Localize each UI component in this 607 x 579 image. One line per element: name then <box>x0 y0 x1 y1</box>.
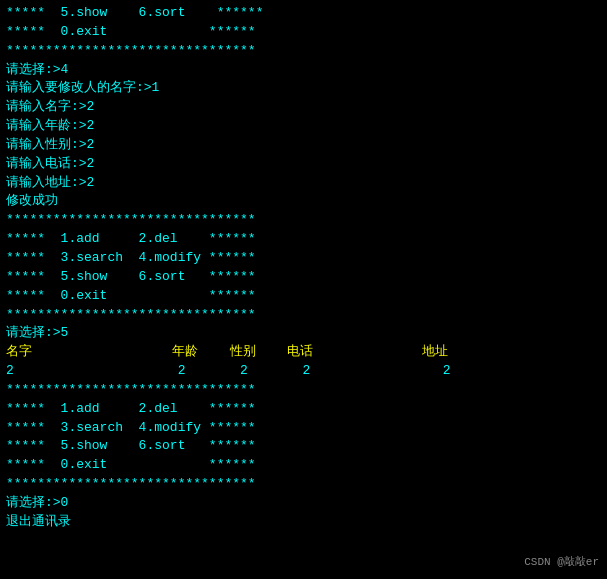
terminal-line: 请选择:>4 <box>6 61 601 80</box>
terminal-line: 请输入电话:>2 <box>6 155 601 174</box>
terminal-line: ***** 0.exit ****** <box>6 287 601 306</box>
terminal-line: 请输入年龄:>2 <box>6 117 601 136</box>
terminal-line: ***** 3.search 4.modify ****** <box>6 419 601 438</box>
terminal-line: ******************************** <box>6 42 601 61</box>
terminal-line: 修改成功 <box>6 192 601 211</box>
terminal-line: ***** 5.show 6.sort ****** <box>6 437 601 456</box>
terminal-line: ******************************** <box>6 475 601 494</box>
terminal-line: ******************************** <box>6 381 601 400</box>
terminal-line: ***** 5.show 6.sort ****** <box>6 4 601 23</box>
terminal-line: 退出通讯录 <box>6 513 601 532</box>
terminal-line: ******************************** <box>6 306 601 325</box>
watermark: CSDN @敲敲er <box>524 555 599 571</box>
terminal-line: 请输入名字:>2 <box>6 98 601 117</box>
terminal-line: 请选择:>5 <box>6 324 601 343</box>
terminal-line: 请输入地址:>2 <box>6 174 601 193</box>
terminal-line: ***** 5.show 6.sort ****** <box>6 268 601 287</box>
terminal-line: ***** 1.add 2.del ****** <box>6 230 601 249</box>
terminal-line: 2 2 2 2 2 <box>6 362 601 381</box>
terminal-window: ***** 5.show 6.sort *********** 0.exit *… <box>0 0 607 579</box>
terminal-line: ******************************** <box>6 211 601 230</box>
terminal-line: ***** 0.exit ****** <box>6 456 601 475</box>
terminal-line: 请输入要修改人的名字:>1 <box>6 79 601 98</box>
terminal-line: ***** 1.add 2.del ****** <box>6 400 601 419</box>
terminal-line: ***** 3.search 4.modify ****** <box>6 249 601 268</box>
terminal-line: 名字 年龄 性别 电话 地址 <box>6 343 601 362</box>
terminal-line: ***** 0.exit ****** <box>6 23 601 42</box>
terminal-line: 请选择:>0 <box>6 494 601 513</box>
terminal-line: 请输入性别:>2 <box>6 136 601 155</box>
